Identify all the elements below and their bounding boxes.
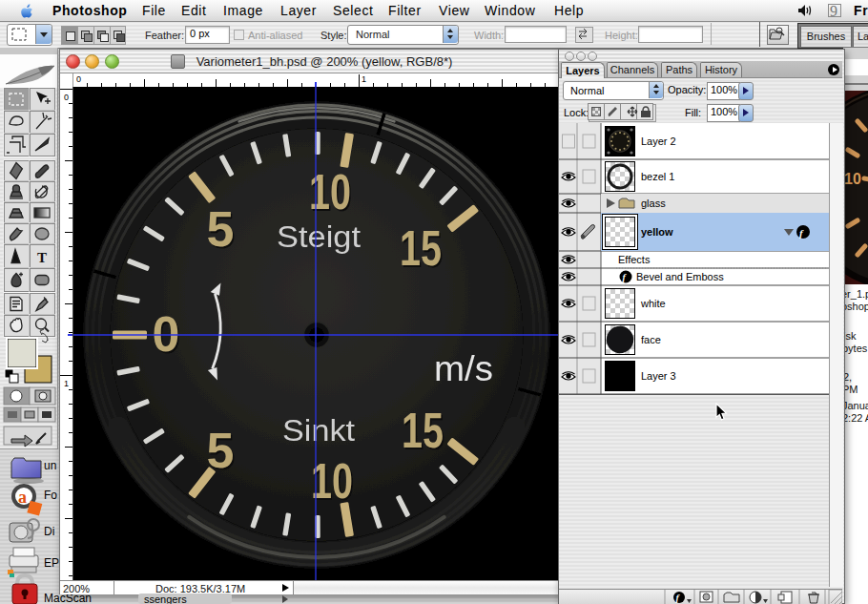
- svg-text:T: T: [37, 250, 47, 265]
- svg-text:1: 1: [362, 74, 366, 84]
- svg-text:m/s: m/s: [434, 349, 493, 388]
- svg-text:glass: glass: [641, 198, 666, 209]
- svg-text:Layer 2: Layer 2: [641, 135, 676, 147]
- svg-text:5: 5: [207, 201, 235, 257]
- svg-text:Steigt: Steigt: [277, 220, 361, 254]
- svg-text:bezel 1: bezel 1: [641, 171, 674, 182]
- svg-text:Layer 3: Layer 3: [641, 370, 676, 382]
- svg-text:Bevel and Emboss: Bevel and Emboss: [636, 271, 724, 282]
- svg-text:face: face: [641, 334, 661, 345]
- svg-text:1: 1: [64, 379, 69, 388]
- svg-text:10: 10: [844, 171, 861, 187]
- svg-text:Effects: Effects: [618, 254, 651, 265]
- svg-text:0: 0: [153, 306, 180, 362]
- svg-text:0: 0: [64, 93, 69, 102]
- svg-text:0: 0: [76, 74, 81, 84]
- svg-text:15: 15: [400, 220, 442, 276]
- svg-text:9: 9: [830, 3, 837, 19]
- svg-text:yellow: yellow: [641, 226, 673, 238]
- svg-text:Sinkt: Sinkt: [282, 414, 355, 448]
- svg-text:a: a: [18, 488, 27, 507]
- svg-text:15: 15: [402, 403, 444, 458]
- svg-text:white: white: [640, 298, 666, 309]
- svg-text:5: 5: [207, 423, 235, 478]
- svg-text:10: 10: [311, 453, 353, 509]
